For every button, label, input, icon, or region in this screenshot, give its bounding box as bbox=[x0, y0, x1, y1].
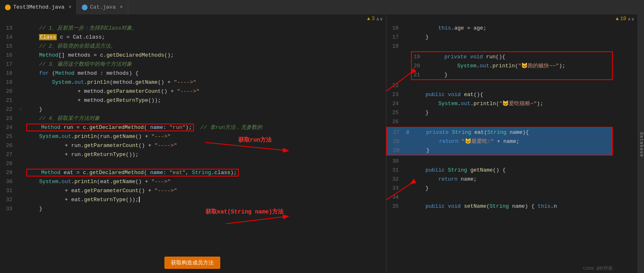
right-line-num-28: 28 bbox=[387, 138, 404, 145]
code-line-25: 25 System.out.println(run.getName() + "-… bbox=[0, 132, 386, 141]
right-line-num-24: 24 bbox=[386, 101, 403, 107]
editors-container: ▲ 3 ∧ ∨ 13 // 1、反射第一步：先得到Class对象。 14 bbox=[0, 14, 644, 273]
warn-icon-left: ▲ bbox=[367, 16, 370, 22]
right-code-line-35: 35 public void setName(String name) { th… bbox=[386, 202, 637, 211]
line-num-33: 33 bbox=[0, 206, 16, 212]
right-code-line-28: 28 return "🐱最爱吃:" + name; bbox=[387, 137, 612, 146]
right-line-content-31: public String getName() { bbox=[411, 167, 637, 173]
right-code-line-30: 30 bbox=[386, 156, 637, 165]
line-num-14: 14 bbox=[0, 34, 16, 40]
left-editor-pane: ▲ 3 ∧ ∨ 13 // 1、反射第一步：先得到Class对象。 14 bbox=[0, 14, 386, 273]
line-num-23: 23 bbox=[0, 115, 16, 122]
line-content-16: Method[] methods = c.getDeclaredMethods(… bbox=[25, 52, 386, 58]
code-line-23: 23 // 4、获取某个方法对象 bbox=[0, 114, 386, 123]
database-sidebar[interactable]: Database bbox=[637, 14, 644, 273]
line-num-29: 29 bbox=[0, 170, 16, 176]
line-content-15: // 2、获取类的全部成员方法。 bbox=[25, 42, 386, 50]
right-editor-pane: ▲ 10 ∧ ∨ 16 this.age = age; 17 bbox=[386, 14, 637, 273]
line-num-27: 27 bbox=[0, 151, 16, 158]
right-code-line-20: 20 System.out.println("🐱跑的贼快~~"); bbox=[412, 61, 612, 70]
right-line-num-32: 32 bbox=[386, 176, 403, 182]
code-line-17: 17 // 3、遍历这个数组中的每个方法对象 bbox=[0, 60, 386, 69]
gutter-22: ○ bbox=[16, 107, 25, 112]
nav-up-right[interactable]: ∧ bbox=[628, 16, 631, 22]
right-code-line-31: 31 public String getName() { bbox=[386, 165, 637, 174]
right-line-num-25: 25 bbox=[386, 110, 403, 116]
code-line-14: 14 Class c = Cat.class; bbox=[0, 32, 386, 41]
left-code-area[interactable]: 13 // 1、反射第一步：先得到Class对象。 14 Class c = C… bbox=[0, 23, 386, 273]
right-line-content-19: private void run(){ bbox=[430, 54, 612, 60]
right-code-line-27: 27 @ private String eat(String name){ bbox=[387, 128, 612, 137]
tab-left[interactable]: Test3Method.java × bbox=[0, 0, 77, 14]
nav-up-left[interactable]: ∧ bbox=[376, 16, 379, 22]
right-line-content-17: } bbox=[411, 34, 637, 40]
tab-left-close[interactable]: × bbox=[69, 5, 72, 10]
java-file-icon-right bbox=[82, 5, 88, 10]
tab-bar: Test3Method.java × Cat.java × bbox=[0, 0, 644, 14]
line-num-30: 30 bbox=[0, 179, 16, 185]
right-line-num-34: 34 bbox=[386, 194, 403, 200]
right-code-line-17: 17 } bbox=[386, 32, 637, 41]
line-num-32: 32 bbox=[0, 197, 16, 203]
right-code-lines: 16 this.age = age; 17 } 18 bbox=[386, 23, 637, 273]
right-code-line-19: 19 private void run(){ bbox=[412, 52, 612, 61]
right-nav-arrows[interactable]: ∧ ∨ bbox=[628, 16, 634, 22]
line-content-24: Method run = c.getDeclaredMethod( name: … bbox=[25, 124, 386, 131]
line-num-26: 26 bbox=[0, 142, 16, 149]
line-num-16: 16 bbox=[0, 52, 16, 58]
line-content-18: for (Method method : methods) { bbox=[25, 70, 386, 76]
line-num-25: 25 bbox=[0, 133, 16, 140]
nav-down-left[interactable]: ∨ bbox=[380, 16, 383, 22]
right-code-line-29: 29 } bbox=[387, 146, 612, 155]
right-line-num-20: 20 bbox=[412, 63, 423, 69]
right-line-content-21: } bbox=[430, 72, 612, 78]
left-editor-header: ▲ 3 ∧ ∨ bbox=[0, 14, 386, 23]
cursor bbox=[139, 197, 140, 202]
right-line-num-23: 23 bbox=[386, 92, 403, 98]
nav-down-right[interactable]: ∨ bbox=[631, 16, 634, 22]
right-line-content-34 bbox=[411, 194, 637, 200]
right-line-num-35: 35 bbox=[386, 203, 403, 209]
right-line-num-17: 17 bbox=[386, 34, 403, 40]
code-line-26: 26 + run.getParameterCount() + "---->" bbox=[0, 141, 386, 150]
code-line-33: 33 } bbox=[0, 204, 386, 213]
right-line-content-28: return "🐱最爱吃:" + name; bbox=[412, 138, 612, 145]
right-line-num-31: 31 bbox=[386, 167, 403, 173]
red-box-run: 19 private void run(){ 20 System.out.pri… bbox=[411, 51, 613, 80]
line-content-27: + run.getReturnType()); bbox=[25, 151, 386, 158]
right-code-line-34: 34 bbox=[386, 193, 637, 202]
line-content-25: System.out.println(run.getName() + "--->… bbox=[25, 133, 386, 140]
right-code-area[interactable]: 16 this.age = age; 17 } 18 bbox=[386, 23, 637, 273]
code-line-21: 21 + method.getReturnType()); bbox=[0, 96, 386, 105]
code-line-24: 24 Method run = c.getDeclaredMethod( nam… bbox=[0, 123, 386, 132]
right-line-num-18: 18 bbox=[386, 43, 403, 49]
line-content-26: + run.getParameterCount() + "---->" bbox=[25, 142, 386, 149]
code-line-18: 18 for (Method method : methods) { bbox=[0, 69, 386, 78]
csdn-watermark: CSDN @秋野酱 bbox=[583, 265, 613, 271]
right-line-content-26 bbox=[411, 119, 637, 125]
gutter-circle-22: ○ bbox=[19, 107, 22, 112]
left-nav-arrows[interactable]: ∧ ∨ bbox=[376, 16, 383, 22]
right-line-num-33: 33 bbox=[386, 185, 403, 191]
line-num-28: 28 bbox=[0, 161, 16, 167]
right-code-line-33: 33 } bbox=[386, 184, 637, 193]
box-line29: Method eat = c.getDeclaredMethod( name: … bbox=[26, 169, 239, 177]
right-line-num-27: 27 bbox=[387, 129, 404, 135]
right-line-content-22 bbox=[411, 83, 637, 89]
code-line-22: 22 ○ } bbox=[0, 105, 386, 114]
code-line-30: 30 System.out.println(eat.getName() + "-… bbox=[0, 177, 386, 186]
right-gutter-27: @ bbox=[404, 130, 412, 135]
line-num-15: 15 bbox=[0, 43, 16, 49]
right-line-content-35: public void setName(String name) { this.… bbox=[411, 203, 637, 209]
right-line-num-26: 26 bbox=[386, 119, 403, 125]
tab-right[interactable]: Cat.java × bbox=[77, 0, 128, 14]
line-num-17: 17 bbox=[0, 61, 16, 67]
right-code-line-24: 24 System.out.println("🐱爱吃猫粮~"); bbox=[386, 99, 637, 108]
tab-right-close[interactable]: × bbox=[120, 5, 122, 10]
right-line-content-32: return name; bbox=[411, 176, 637, 182]
right-editor-header: ▲ 10 ∧ ∨ bbox=[386, 14, 637, 23]
line-content-33: } bbox=[25, 206, 386, 212]
right-line-content-25: } bbox=[411, 110, 637, 116]
bottom-button[interactable]: 获取构造成员方法 bbox=[164, 257, 220, 269]
right-line-content-18 bbox=[411, 43, 637, 49]
